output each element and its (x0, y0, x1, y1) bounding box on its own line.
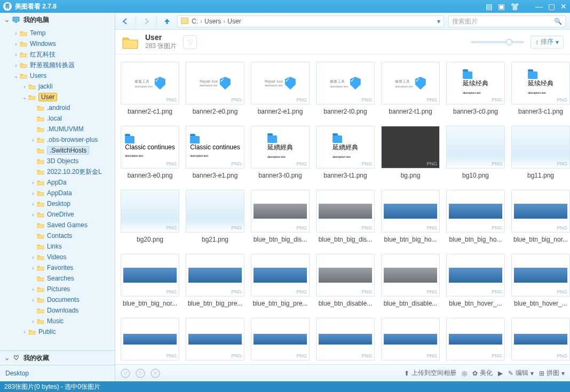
desktop-link[interactable]: Desktop (0, 365, 115, 381)
thumbnail-item[interactable]: Repair tooldescription textPNGbanner2-e1… (251, 62, 310, 115)
up-button[interactable] (161, 15, 173, 27)
tree-item[interactable]: ›OneDrive (0, 209, 115, 220)
thumbnail-item[interactable]: PNGblue_button_100... (381, 318, 440, 364)
thumbnail-item[interactable]: PNGblue_btn_big_nor... (511, 190, 570, 243)
thumbnail-item[interactable]: PNGblue_btn_normal... (186, 318, 244, 364)
tree-item[interactable]: ›AppData (0, 188, 115, 198)
sort-button[interactable]: ↕ 排序 ▾ (531, 36, 564, 49)
tree-item[interactable]: .local (0, 113, 115, 124)
tree-item[interactable]: ›Documents (0, 294, 115, 305)
expand-icon[interactable]: › (30, 286, 36, 292)
tree-item[interactable]: ›Public (0, 326, 115, 337)
close-icon[interactable]: ✕ (560, 2, 567, 11)
thumbnail-item[interactable]: PNGblue_btn_big_dis... (251, 190, 310, 243)
expand-icon[interactable]: › (30, 180, 36, 186)
tree-item[interactable]: ›Music (0, 316, 115, 326)
tree-item[interactable]: ›jackli (0, 81, 115, 92)
tree-item[interactable]: .MUMUVMM (0, 124, 115, 134)
thumbnail-item[interactable]: PNGblue_btn_disable... (381, 254, 440, 307)
thumbnail-item[interactable]: 延續經典description textPNGbanner3-t1.png (316, 126, 375, 179)
breadcrumb-p1[interactable]: Users (204, 18, 221, 25)
tree-item[interactable]: .SwitchHosts (0, 145, 115, 156)
expand-icon[interactable]: › (30, 190, 36, 196)
thumbnail-item[interactable]: 修復工具description textPNGbanner2-t0.png (316, 62, 375, 115)
search-icon[interactable]: 🔍 (554, 18, 562, 25)
thumbnail-item[interactable]: PNGblue_btn_disable... (316, 254, 375, 307)
expand-icon[interactable]: › (13, 41, 19, 47)
puzzle-button[interactable]: ⊞ 拼图 ▾ (539, 369, 565, 378)
thumbnail-item[interactable]: PNGblue_btn_big_nor... (121, 254, 179, 307)
tree-item[interactable]: ›Videos (0, 252, 115, 262)
expand-icon[interactable]: › (30, 137, 36, 143)
thumbnail-item[interactable]: Classic continuesdescription textPNGbann… (186, 126, 244, 179)
expand-icon[interactable]: › (13, 52, 19, 58)
tree-item[interactable]: 2022.10.20更新金L (0, 166, 115, 177)
upload-button[interactable]: ⬆ 上传到空间相册 (404, 369, 456, 378)
thumbnail-item[interactable]: Repair tooldescription textPNGbanner2-e0… (186, 62, 244, 115)
thumbnail-item[interactable]: 修复工具description textPNGbanner2-c1.png (121, 62, 179, 115)
tree-item[interactable]: ›Pictures (0, 284, 115, 294)
my-computer-header[interactable]: ⌄ 我的电脑 (0, 13, 115, 27)
expand-icon[interactable]: › (21, 84, 28, 90)
tree-item[interactable]: ›野葱视频转换器 (0, 60, 115, 70)
tree-item[interactable]: ›Desktop (0, 198, 115, 209)
thumbnail-item[interactable]: PNGbg20.png (121, 190, 179, 243)
tree-item[interactable]: Saved Games (0, 220, 115, 230)
thumbnail-item[interactable]: PNGblue_button_150... (511, 318, 570, 364)
tree-item[interactable]: ⌄Users (0, 70, 115, 81)
back-button[interactable] (120, 15, 131, 27)
search-input[interactable] (452, 18, 554, 25)
breadcrumb-p2[interactable]: User (227, 18, 241, 25)
tree-item[interactable]: Links (0, 241, 115, 252)
tree-item[interactable]: Contacts (0, 230, 115, 241)
tree-item[interactable]: 3D Objects (0, 156, 115, 166)
tree-item[interactable]: .android (0, 102, 115, 113)
thumbnail-item[interactable]: PNGblue_btn_big_pre... (186, 254, 244, 307)
thumbnail-item[interactable]: PNGblue_btn_press_2... (316, 318, 375, 364)
expand-icon[interactable]: › (30, 201, 36, 207)
tree-item[interactable]: ›.obs-browser-plus (0, 134, 115, 145)
thumbnail-item[interactable]: PNGblue_btn_big_ho... (381, 190, 440, 243)
thumbnail-item[interactable]: Classic continuesdescription textPNGbann… (121, 126, 179, 179)
tree-item[interactable]: ›Temp (0, 28, 115, 38)
rotate-ccw-icon[interactable]: ↺ (121, 369, 130, 378)
thumbnail-item[interactable]: PNGblue_btn_big_pre... (251, 254, 310, 307)
play-icon[interactable]: ▶ (498, 370, 503, 377)
my-favorites-header[interactable]: ⌄ ♡ 我的收藏 (0, 351, 115, 365)
tree-item[interactable]: ›Windows (0, 38, 115, 49)
breadcrumb-drive[interactable]: C: (192, 18, 198, 25)
thumbnail-item[interactable]: PNGbg21.png (186, 190, 244, 243)
delete-icon[interactable]: ✕ (151, 369, 160, 378)
expand-icon[interactable]: › (30, 254, 36, 260)
expand-icon[interactable]: › (13, 62, 19, 68)
shirt-icon[interactable]: 👕 (510, 2, 519, 11)
collapse-icon[interactable]: ⌄ (4, 354, 12, 362)
tree-item[interactable]: ›AppDa (0, 177, 115, 188)
zoom-slider[interactable] (471, 41, 524, 43)
expand-icon[interactable]: › (30, 212, 36, 218)
collapse-icon[interactable]: ⌄ (4, 16, 12, 23)
thumbnail-item[interactable]: PNGblue_btn_big_ho... (446, 190, 505, 243)
breadcrumb[interactable]: C: › Users › User ▾ (177, 15, 444, 27)
weibo-icon[interactable]: ◎ (462, 370, 467, 377)
tree-item[interactable]: ›Favorites (0, 262, 115, 273)
thumbnail-item[interactable]: PNGbg10.png (446, 126, 505, 179)
thumbnail-item[interactable]: PNGblue_btn_big_dis... (316, 190, 375, 243)
thumbnail-item[interactable]: PNGblue_button_125... (446, 318, 505, 364)
thumbnail-item[interactable]: PNGblue_btn_normal... (121, 318, 179, 364)
search-box[interactable]: 🔍 (448, 15, 566, 27)
screen-icon[interactable]: ▣ (498, 2, 505, 11)
maximize-icon[interactable]: ▢ (548, 2, 555, 11)
thumbnail-item[interactable]: PNGblue_btn_hover_... (446, 254, 505, 307)
thumbnail-item[interactable]: 延续经典description textPNGbanner3-c0.png (446, 62, 505, 115)
beautify-button[interactable]: ✿ 美化 (472, 369, 493, 378)
tree-item[interactable]: Searches (0, 273, 115, 284)
minimize-icon[interactable]: — (535, 2, 543, 11)
thumbnail-item[interactable]: PNGblue_btn_press_1... (251, 318, 310, 364)
chat-icon[interactable]: ▤ (486, 2, 493, 11)
rotate-cw-icon[interactable]: ↻ (136, 369, 145, 378)
thumbnail-item[interactable]: PNGbg11.png (511, 126, 570, 179)
expand-icon[interactable]: › (30, 297, 36, 303)
tree-item[interactable]: ⌄User (0, 92, 115, 102)
forward-button[interactable] (140, 15, 152, 27)
